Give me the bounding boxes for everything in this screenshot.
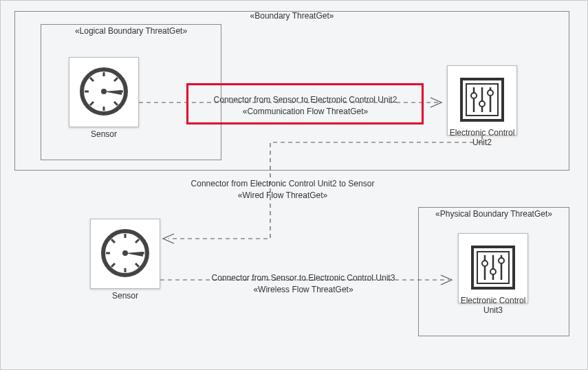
connector2-line1: Connector from Electronic Control Unit2 …	[179, 178, 386, 190]
svg-line-25	[111, 239, 115, 243]
svg-line-7	[114, 78, 118, 81]
sensor-2-label: Sensor	[91, 291, 160, 301]
svg-point-35	[490, 269, 496, 274]
svg-marker-29	[125, 252, 143, 257]
connector2-label: Connector from Electronic Control Unit2 …	[179, 178, 386, 202]
svg-point-37	[499, 258, 504, 263]
connector1-label: Connector from Sensor to Electronic Cont…	[202, 94, 409, 118]
connector1-line1: Connector from Sensor to Electronic Cont…	[202, 94, 409, 106]
connector3-line2: «Wireless Flow ThreatGet»	[200, 284, 406, 296]
svg-line-28	[135, 263, 139, 267]
svg-point-16	[479, 101, 485, 107]
ecu3-label: Electronic Control Unit3	[459, 296, 527, 315]
gauge-icon	[76, 64, 131, 121]
sensor-1-label: Sensor	[69, 129, 138, 139]
svg-point-33	[482, 261, 488, 266]
outer-boundary-label: «Boundary ThreatGet»	[250, 11, 334, 21]
connector1-line2: «Communication Flow ThreatGet»	[202, 106, 409, 118]
gauge-icon	[98, 226, 153, 283]
physical-boundary-label: «Physical Boundary ThreatGet»	[435, 209, 552, 219]
sensor-node-2[interactable]: Sensor	[90, 219, 160, 289]
ecu2-node[interactable]: Electronic Control Unit2	[447, 65, 517, 135]
svg-line-26	[135, 239, 139, 243]
ecu2-label: Electronic Control Unit2	[448, 128, 516, 147]
svg-marker-10	[104, 90, 122, 95]
svg-line-6	[90, 78, 94, 81]
svg-point-18	[488, 90, 493, 96]
connector3-label: Connector from Sensor to Electronic Cont…	[200, 272, 406, 296]
connector2-line2: «Wired Flow ThreatGet»	[179, 190, 386, 202]
logical-boundary-label: «Logical Boundary ThreatGet»	[75, 26, 187, 36]
control-panel-icon	[455, 72, 510, 129]
sensor-node-1[interactable]: Sensor	[69, 57, 139, 127]
svg-line-9	[114, 102, 118, 105]
control-panel-icon	[466, 240, 521, 297]
connector3-line1: Connector from Sensor to Electronic Cont…	[200, 272, 406, 284]
svg-point-14	[471, 93, 477, 98]
svg-line-27	[111, 263, 115, 267]
svg-line-8	[90, 102, 94, 105]
ecu3-node[interactable]: Electronic Control Unit3	[458, 233, 528, 303]
